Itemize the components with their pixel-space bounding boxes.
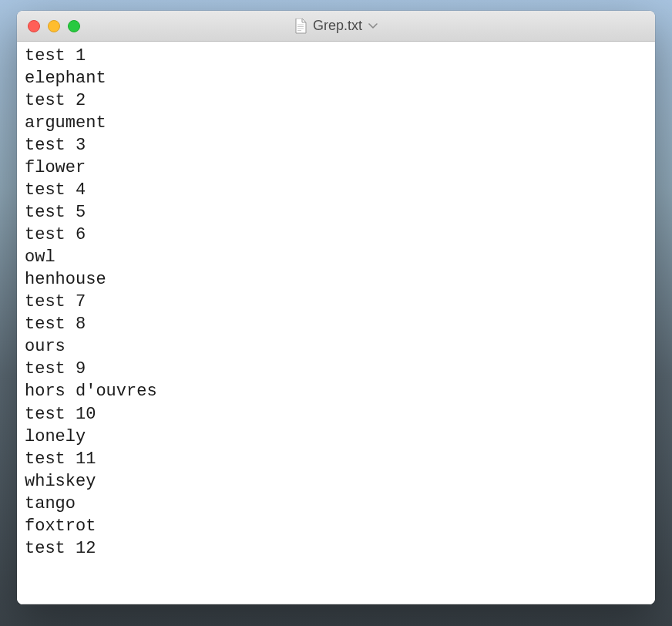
- text-line: test 12: [25, 537, 647, 560]
- title-center[interactable]: Grep.txt: [294, 18, 378, 34]
- text-line: tango: [25, 493, 647, 515]
- text-line: test 11: [25, 448, 647, 470]
- window-titlebar[interactable]: Grep.txt: [17, 11, 655, 42]
- text-edit-window: Grep.txt test 1elephanttest 2argumenttes…: [17, 11, 655, 604]
- text-line: test 3: [25, 134, 647, 156]
- text-content-area[interactable]: test 1elephanttest 2argumenttest 3flower…: [17, 42, 655, 604]
- text-line: henhouse: [25, 268, 647, 291]
- text-line: ours: [25, 335, 647, 358]
- text-line: test 9: [25, 358, 647, 380]
- text-line: test 7: [25, 291, 647, 313]
- window-title: Grep.txt: [313, 18, 362, 34]
- text-line: whiskey: [25, 470, 647, 493]
- traffic-lights: [17, 20, 80, 32]
- chevron-down-icon[interactable]: [368, 23, 378, 29]
- maximize-button[interactable]: [68, 20, 80, 32]
- text-line: test 4: [25, 179, 647, 201]
- text-line: test 1: [25, 45, 647, 67]
- text-line: test 5: [25, 201, 647, 224]
- text-line: test 8: [25, 313, 647, 335]
- minimize-button[interactable]: [48, 20, 60, 32]
- text-line: argument: [25, 112, 647, 134]
- text-line: owl: [25, 246, 647, 268]
- text-line: lonely: [25, 426, 647, 448]
- text-line: test 6: [25, 224, 647, 246]
- text-line: test 10: [25, 403, 647, 426]
- text-line: flower: [25, 156, 647, 179]
- document-icon: [294, 19, 307, 34]
- close-button[interactable]: [28, 20, 40, 32]
- text-line: hors d'ouvres: [25, 380, 647, 402]
- text-line: foxtrot: [25, 515, 647, 537]
- text-line: test 2: [25, 89, 647, 112]
- text-line: elephant: [25, 67, 647, 89]
